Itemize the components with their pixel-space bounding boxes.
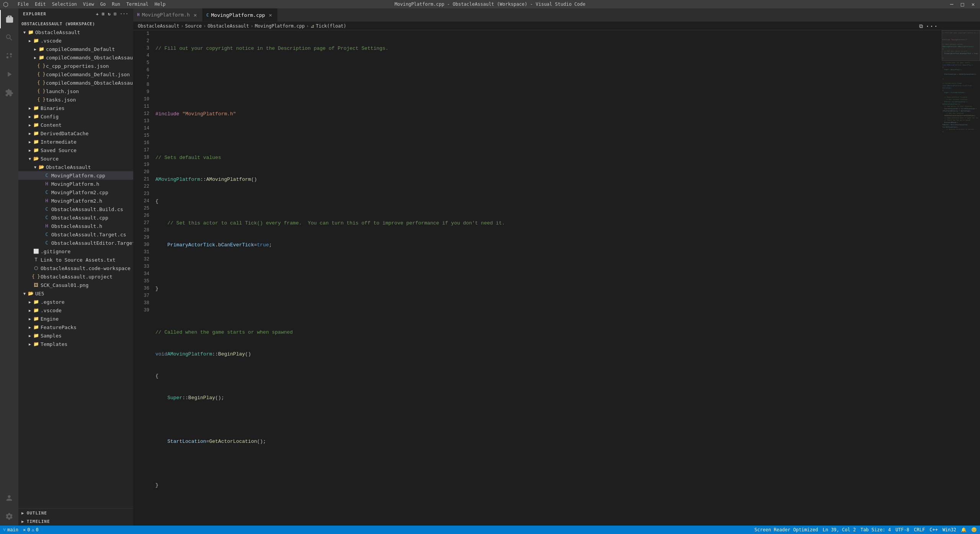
tab-close-movingplatform-h[interactable]: ✕ — [192, 12, 198, 18]
extensions-activity-icon[interactable] — [0, 84, 18, 102]
sidebar-item-movingplatform2-h[interactable]: ▶ H MovingPlatform2.h — [18, 197, 133, 205]
sidebar-item-movingplatform2-cpp[interactable]: ▶ C MovingPlatform2.cpp — [18, 188, 133, 197]
breadcrumb-part-3[interactable]: MovingPlatform.cpp — [255, 23, 305, 29]
sidebar-item-compilecommands-default-json[interactable]: ▶ { } compileCommands_Default.json — [18, 70, 133, 79]
new-folder-icon[interactable]: ⊞ — [102, 11, 105, 16]
status-language[interactable]: C++ — [929, 527, 938, 532]
search-activity-icon[interactable] — [0, 28, 18, 47]
new-file-icon[interactable]: + — [96, 11, 99, 16]
sidebar-item-samples[interactable]: ▶ 📁 Samples — [18, 331, 133, 340]
line-num-7: 7 — [133, 74, 149, 81]
sidebar-item-oa-target[interactable]: ▶ C ObstacleAssault.Target.cs — [18, 230, 133, 239]
sidebar-item-source[interactable]: ▼ 📂 Source — [18, 154, 133, 163]
status-screen-reader[interactable]: Screen Reader Optimized — [755, 527, 818, 532]
status-notification[interactable]: 🔔 — [961, 527, 967, 532]
maximize-button[interactable]: □ — [959, 1, 966, 7]
menu-help[interactable]: Help — [155, 2, 166, 7]
sidebar-item-content[interactable]: ▶ 📁 Content — [18, 121, 133, 129]
menu-terminal[interactable]: Terminal — [126, 2, 149, 7]
folder-icon: 📁 — [38, 54, 44, 61]
source-control-activity-icon[interactable] — [0, 47, 18, 65]
breadcrumb-part-4[interactable]: ⊿Tick(float) — [310, 23, 346, 29]
breadcrumb-part-1[interactable]: Source — [185, 23, 202, 29]
status-errors[interactable]: ✕ 0 ⚠ 0 — [23, 527, 39, 532]
sidebar-item-deriveddata[interactable]: ▶ 📁 DerivedDataCache — [18, 129, 133, 138]
code-content[interactable]: // Fill out your copyright notice in the… — [152, 30, 942, 526]
sidebar-item-uproject[interactable]: ▶ { } ObstacleAssault.uproject — [18, 272, 133, 281]
app-icon[interactable]: ⬡ — [3, 1, 8, 8]
sidebar-item-intermediate[interactable]: ▶ 📁 Intermediate — [18, 138, 133, 146]
editor-area: H MovingPlatform.h ✕ C MovingPlatform.cp… — [133, 8, 980, 526]
arrow-right-icon: ▶ — [27, 307, 33, 313]
explorer-activity-icon[interactable] — [0, 10, 18, 28]
refresh-icon[interactable]: ↻ — [108, 11, 111, 16]
sidebar-item-featurepacks[interactable]: ▶ 📁 FeaturePacks — [18, 323, 133, 331]
menu-view[interactable]: View — [83, 2, 94, 7]
accounts-activity-icon[interactable] — [0, 489, 18, 507]
split-editor-icon[interactable]: ⧉ — [919, 23, 923, 29]
arrow-right-icon: ▶ — [27, 324, 33, 330]
code-editor[interactable]: 1 2 3 4 5 6 7 8 9 10 11 12 13 14 15 16 1… — [133, 30, 980, 526]
sidebar-item-movingplatform-h[interactable]: ▶ H MovingPlatform.h — [18, 180, 133, 188]
sidebar-item-saved[interactable]: ▶ 📁 Saved Source — [18, 146, 133, 154]
menu-go[interactable]: Go — [100, 2, 106, 7]
sidebar-item-movingplatform-cpp[interactable]: ▶ C MovingPlatform.cpp — [18, 171, 133, 180]
line-num-19: 19 — [133, 161, 149, 169]
line-num-35: 35 — [133, 278, 149, 285]
outline-panel-header[interactable]: ▶ OUTLINE — [18, 509, 133, 517]
sidebar-item-sck-casual[interactable]: ▶ 🖼 SCK_Casual01.png — [18, 281, 133, 289]
line-num-29: 29 — [133, 234, 149, 241]
sidebar-item-link-source[interactable]: ▶ T Link to Source Assets.txt — [18, 256, 133, 264]
sidebar: Explorer + ⊞ ↻ ⊟ ··· OBSTACLEASSAULT (WO… — [18, 8, 133, 526]
title-bar: ⬡ File Edit Selection View Go Run Termin… — [0, 0, 980, 8]
status-tab-size[interactable]: Tab Size: 4 — [861, 527, 891, 532]
sidebar-item-engine[interactable]: ▶ 📁 Engine — [18, 315, 133, 323]
status-position[interactable]: Ln 39, Col 2 — [823, 527, 856, 532]
menu-file[interactable]: File — [18, 2, 29, 7]
sidebar-item-oa-cpp[interactable]: ▶ C ObstacleAssault.cpp — [18, 213, 133, 222]
sidebar-item-compilecommands-default[interactable]: ▶ 📁 compileCommands_Default — [18, 45, 133, 53]
sidebar-item-code-workspace[interactable]: ▶ ⬡ ObstacleAssault.code-workspace — [18, 264, 133, 272]
tab-movingplatform-cpp[interactable]: C MovingPlatform.cpp ✕ — [203, 8, 278, 21]
sidebar-item-oa-h[interactable]: ▶ H ObstacleAssault.h — [18, 222, 133, 230]
sidebar-item-compilecommands-oa-json[interactable]: ▶ { } compileCommands_ObstacleAssault.js… — [18, 79, 133, 87]
menu-run[interactable]: Run — [112, 2, 120, 7]
sidebar-item-config[interactable]: ▶ 📁 Config — [18, 112, 133, 121]
more-actions-icon[interactable]: ··· — [120, 11, 129, 16]
sidebar-item-gitignore[interactable]: ▶ ⬜ .gitignore — [18, 247, 133, 256]
sidebar-item-tasks-json[interactable]: ▶ { } tasks.json — [18, 95, 133, 104]
sidebar-item-compilecommands-oa[interactable]: ▶ 📁 compileCommands_ObstacleAssault — [18, 53, 133, 62]
sidebar-item-binaries[interactable]: ▶ 📁 Binaries — [18, 104, 133, 112]
debug-activity-icon[interactable] — [0, 65, 18, 84]
sidebar-item-templates[interactable]: ▶ 📁 Templates — [18, 340, 133, 348]
sidebar-item-oa-editor-target[interactable]: ▶ C ObstacleAssaultEditor.Target.cs — [18, 239, 133, 247]
status-branch[interactable]: ⑂ main — [3, 527, 18, 532]
close-button[interactable]: ✕ — [969, 1, 977, 7]
status-line-ending[interactable]: CRLF — [914, 527, 925, 532]
folder-icon: 📁 — [33, 307, 39, 313]
status-encoding[interactable]: UTF-8 — [895, 527, 909, 532]
breadcrumb-part-0[interactable]: ObstacleAssault — [138, 23, 179, 29]
minimize-button[interactable]: ─ — [948, 1, 956, 7]
sidebar-item-vscode-ue5[interactable]: ▶ 📁 .vscode — [18, 306, 133, 315]
sidebar-item-obstacleassault[interactable]: ▼ 📁 ObstacleAssault — [18, 28, 133, 36]
sidebar-item-vscode[interactable]: ▶ 📁 .vscode — [18, 36, 133, 45]
menu-selection[interactable]: Selection — [52, 2, 77, 7]
collapse-all-icon[interactable]: ⊟ — [114, 11, 117, 16]
sidebar-item-egstore[interactable]: ▶ 📁 .egstore — [18, 298, 133, 306]
settings-activity-icon[interactable] — [0, 507, 18, 526]
more-actions-editor-icon[interactable]: ··· — [925, 22, 938, 30]
sidebar-item-ue5[interactable]: ▼ 📂 UE5 — [18, 289, 133, 298]
sidebar-item-oa-build[interactable]: ▶ C ObstacleAssault.Build.cs — [18, 205, 133, 213]
breadcrumb-part-2[interactable]: ObstacleAssault — [207, 23, 249, 29]
menu-edit[interactable]: Edit — [35, 2, 46, 7]
status-feedback[interactable]: 😊 — [971, 527, 977, 532]
sidebar-item-launch-json[interactable]: ▶ { } launch.json — [18, 87, 133, 95]
timeline-panel-header[interactable]: ▶ TIMELINE — [18, 517, 133, 526]
sidebar-item-source-oa[interactable]: ▼ 📂 ObstacleAssault — [18, 163, 133, 171]
encoding-label: UTF-8 — [895, 527, 909, 532]
sidebar-item-c-cpp-properties[interactable]: ▶ { } c_cpp_properties.json — [18, 62, 133, 70]
status-platform[interactable]: Win32 — [942, 527, 956, 532]
tab-movingplatform-h[interactable]: H MovingPlatform.h ✕ — [133, 8, 203, 21]
tab-close-movingplatform-cpp[interactable]: ✕ — [267, 12, 273, 18]
